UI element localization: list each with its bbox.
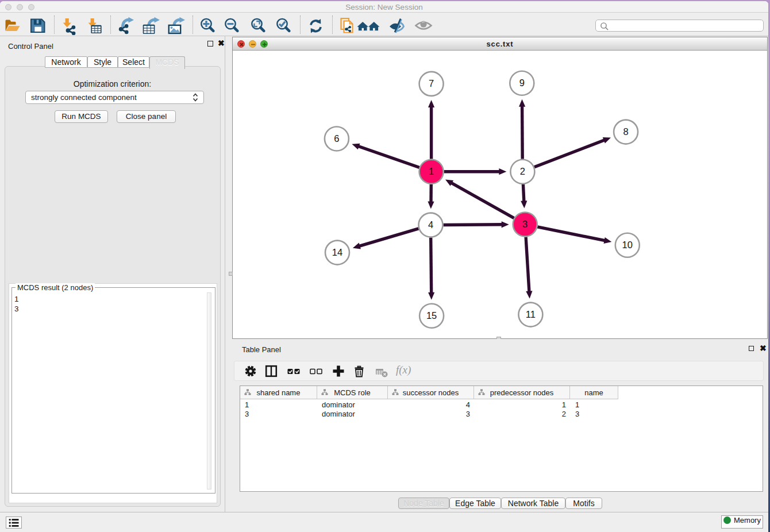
svg-text:1: 1	[429, 166, 434, 176]
svg-text:9: 9	[519, 78, 525, 88]
svg-text:15: 15	[426, 310, 437, 321]
svg-text:11: 11	[526, 309, 536, 319]
svg-text:7: 7	[429, 78, 434, 88]
svg-text:14: 14	[332, 247, 342, 257]
svg-text:10: 10	[622, 240, 633, 250]
svg-text:8: 8	[623, 126, 629, 137]
svg-text:4: 4	[428, 219, 433, 230]
svg-text:2: 2	[520, 166, 525, 176]
svg-text:3: 3	[522, 219, 528, 229]
svg-text:6: 6	[334, 133, 339, 144]
